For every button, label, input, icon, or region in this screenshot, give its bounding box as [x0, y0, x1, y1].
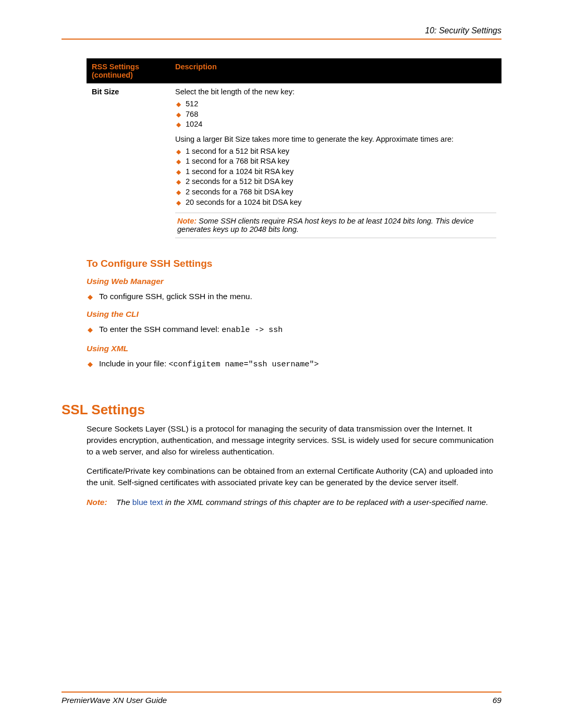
row-desc-bitsize: Select the bit length of the new key: 51… [170, 83, 501, 243]
bit-size-list: 512 768 1024 [175, 99, 496, 130]
col-header-settings: RSS Settings (continued) [87, 58, 170, 83]
xml-text: Include in your file: [99, 359, 169, 368]
note-label: Note: [177, 217, 197, 225]
blue-text-link[interactable]: blue text [132, 498, 163, 507]
desc-mid: Using a larger Bit Size takes more time … [175, 135, 496, 143]
cli-item: To enter the SSH command level: enable -… [99, 323, 501, 337]
cli-text: To enter the SSH command level: [99, 325, 222, 334]
desc-intro: Select the bit length of the new key: [175, 88, 496, 96]
rss-settings-table: RSS Settings (continued) Description Bit… [87, 58, 501, 243]
list-item: 1 second for a 768 bit RSA key [186, 156, 496, 167]
table-note: Note: Some SSH clients require RSA host … [175, 213, 496, 238]
footer-doc-title: PremierWave XN User Guide [62, 696, 167, 705]
subheading-xml: Using XML [87, 344, 501, 353]
xml-code: <configitem name="ssh username"> [169, 360, 319, 369]
header-rule [62, 39, 501, 40]
footer-page-number: 69 [493, 696, 501, 705]
list-item: 2 seconds for a 512 bit DSA key [186, 177, 496, 187]
row-label-bitsize: Bit Size [87, 83, 170, 243]
ssl-paragraph-2: Certificate/Private key combinations can… [87, 465, 501, 488]
note-text: Some SSH clients require RSA host keys t… [177, 217, 473, 233]
times-list: 1 second for a 512 bit RSA key 1 second … [175, 146, 496, 207]
ssl-note: Note: The blue text in the XML command s… [87, 497, 501, 508]
list-item: 1 second for a 1024 bit RSA key [186, 167, 496, 177]
note-post: in the XML command strings of this chapt… [163, 498, 488, 507]
web-manager-item: To configure SSH, gclick SSH in the menu… [99, 290, 501, 302]
subheading-web-manager: Using Web Manager [87, 277, 501, 286]
col-header-line2: (continued) [92, 71, 133, 79]
note-label: Note: [87, 498, 107, 507]
list-item: 1 second for a 512 bit RSA key [186, 146, 496, 157]
xml-item: Include in your file: <configitem name="… [99, 357, 501, 371]
list-item: 512 [186, 99, 496, 109]
col-header-line1: RSS Settings [92, 63, 139, 71]
list-item: 1024 [186, 119, 496, 130]
list-item: 768 [186, 109, 496, 120]
footer-rule [62, 692, 501, 693]
heading-configure-ssh: To Configure SSH Settings [87, 258, 501, 269]
cli-code: enable -> ssh [222, 326, 283, 335]
col-header-description: Description [170, 58, 501, 83]
heading-ssl-settings: SSL Settings [62, 402, 501, 418]
note-pre: The [116, 498, 132, 507]
list-item: 20 seconds for a 1024 bit DSA key [186, 198, 496, 208]
chapter-header: 10: Security Settings [62, 26, 501, 35]
list-item: 2 seconds for a 768 bit DSA key [186, 187, 496, 198]
subheading-cli: Using the CLI [87, 310, 501, 319]
ssl-paragraph-1: Secure Sockets Layer (SSL) is a protocol… [87, 423, 501, 457]
